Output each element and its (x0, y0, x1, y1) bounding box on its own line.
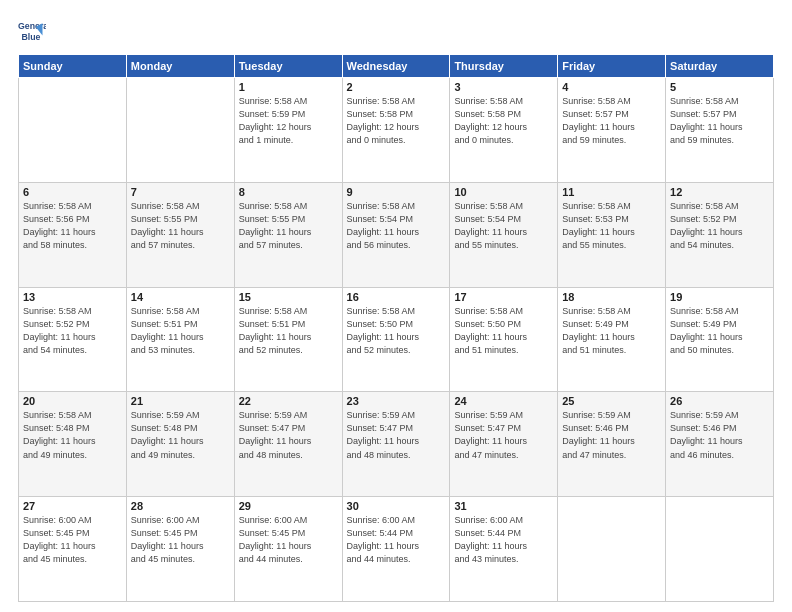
weekday-header: Monday (126, 55, 234, 78)
day-info: Sunrise: 5:58 AM Sunset: 5:54 PM Dayligh… (454, 200, 553, 252)
calendar-cell: 11Sunrise: 5:58 AM Sunset: 5:53 PM Dayli… (558, 182, 666, 287)
day-info: Sunrise: 5:59 AM Sunset: 5:46 PM Dayligh… (670, 409, 769, 461)
day-info: Sunrise: 5:58 AM Sunset: 5:51 PM Dayligh… (239, 305, 338, 357)
day-info: Sunrise: 5:58 AM Sunset: 5:50 PM Dayligh… (347, 305, 446, 357)
calendar-cell: 19Sunrise: 5:58 AM Sunset: 5:49 PM Dayli… (666, 287, 774, 392)
calendar-cell: 16Sunrise: 5:58 AM Sunset: 5:50 PM Dayli… (342, 287, 450, 392)
weekday-header: Saturday (666, 55, 774, 78)
weekday-header: Thursday (450, 55, 558, 78)
day-info: Sunrise: 5:58 AM Sunset: 5:57 PM Dayligh… (562, 95, 661, 147)
calendar-cell: 23Sunrise: 5:59 AM Sunset: 5:47 PM Dayli… (342, 392, 450, 497)
day-number: 29 (239, 500, 338, 512)
day-number: 20 (23, 395, 122, 407)
day-info: Sunrise: 5:58 AM Sunset: 5:58 PM Dayligh… (347, 95, 446, 147)
calendar-cell: 6Sunrise: 5:58 AM Sunset: 5:56 PM Daylig… (19, 182, 127, 287)
weekday-header: Friday (558, 55, 666, 78)
day-info: Sunrise: 6:00 AM Sunset: 5:44 PM Dayligh… (454, 514, 553, 566)
day-info: Sunrise: 5:59 AM Sunset: 5:48 PM Dayligh… (131, 409, 230, 461)
calendar-week-row: 6Sunrise: 5:58 AM Sunset: 5:56 PM Daylig… (19, 182, 774, 287)
day-info: Sunrise: 5:59 AM Sunset: 5:47 PM Dayligh… (239, 409, 338, 461)
calendar-table: SundayMondayTuesdayWednesdayThursdayFrid… (18, 54, 774, 602)
calendar-cell: 24Sunrise: 5:59 AM Sunset: 5:47 PM Dayli… (450, 392, 558, 497)
day-number: 16 (347, 291, 446, 303)
day-number: 21 (131, 395, 230, 407)
day-number: 11 (562, 186, 661, 198)
day-info: Sunrise: 5:58 AM Sunset: 5:54 PM Dayligh… (347, 200, 446, 252)
calendar-week-row: 27Sunrise: 6:00 AM Sunset: 5:45 PM Dayli… (19, 497, 774, 602)
day-number: 6 (23, 186, 122, 198)
day-info: Sunrise: 6:00 AM Sunset: 5:45 PM Dayligh… (239, 514, 338, 566)
calendar-cell: 28Sunrise: 6:00 AM Sunset: 5:45 PM Dayli… (126, 497, 234, 602)
day-info: Sunrise: 5:58 AM Sunset: 5:51 PM Dayligh… (131, 305, 230, 357)
day-number: 25 (562, 395, 661, 407)
day-number: 30 (347, 500, 446, 512)
header: GeneralBlue (18, 18, 774, 46)
calendar-cell: 10Sunrise: 5:58 AM Sunset: 5:54 PM Dayli… (450, 182, 558, 287)
day-number: 5 (670, 81, 769, 93)
calendar-cell: 12Sunrise: 5:58 AM Sunset: 5:52 PM Dayli… (666, 182, 774, 287)
day-number: 18 (562, 291, 661, 303)
calendar-cell (19, 78, 127, 183)
svg-text:Blue: Blue (22, 32, 41, 42)
day-info: Sunrise: 5:58 AM Sunset: 5:49 PM Dayligh… (562, 305, 661, 357)
day-number: 9 (347, 186, 446, 198)
day-number: 31 (454, 500, 553, 512)
calendar-cell: 13Sunrise: 5:58 AM Sunset: 5:52 PM Dayli… (19, 287, 127, 392)
calendar-cell: 25Sunrise: 5:59 AM Sunset: 5:46 PM Dayli… (558, 392, 666, 497)
day-info: Sunrise: 5:58 AM Sunset: 5:55 PM Dayligh… (239, 200, 338, 252)
day-number: 15 (239, 291, 338, 303)
day-info: Sunrise: 5:58 AM Sunset: 5:53 PM Dayligh… (562, 200, 661, 252)
day-info: Sunrise: 5:58 AM Sunset: 5:48 PM Dayligh… (23, 409, 122, 461)
day-info: Sunrise: 5:58 AM Sunset: 5:50 PM Dayligh… (454, 305, 553, 357)
day-number: 4 (562, 81, 661, 93)
day-number: 2 (347, 81, 446, 93)
calendar-cell: 1Sunrise: 5:58 AM Sunset: 5:59 PM Daylig… (234, 78, 342, 183)
weekday-header: Sunday (19, 55, 127, 78)
calendar-cell: 4Sunrise: 5:58 AM Sunset: 5:57 PM Daylig… (558, 78, 666, 183)
day-info: Sunrise: 5:58 AM Sunset: 5:52 PM Dayligh… (670, 200, 769, 252)
calendar-cell: 18Sunrise: 5:58 AM Sunset: 5:49 PM Dayli… (558, 287, 666, 392)
day-info: Sunrise: 5:59 AM Sunset: 5:46 PM Dayligh… (562, 409, 661, 461)
day-number: 1 (239, 81, 338, 93)
day-info: Sunrise: 5:59 AM Sunset: 5:47 PM Dayligh… (454, 409, 553, 461)
calendar-cell: 8Sunrise: 5:58 AM Sunset: 5:55 PM Daylig… (234, 182, 342, 287)
calendar-week-row: 20Sunrise: 5:58 AM Sunset: 5:48 PM Dayli… (19, 392, 774, 497)
day-info: Sunrise: 6:00 AM Sunset: 5:45 PM Dayligh… (131, 514, 230, 566)
logo-icon: GeneralBlue (18, 18, 46, 46)
calendar-cell: 31Sunrise: 6:00 AM Sunset: 5:44 PM Dayli… (450, 497, 558, 602)
calendar-cell: 21Sunrise: 5:59 AM Sunset: 5:48 PM Dayli… (126, 392, 234, 497)
day-number: 19 (670, 291, 769, 303)
calendar-cell: 27Sunrise: 6:00 AM Sunset: 5:45 PM Dayli… (19, 497, 127, 602)
day-number: 3 (454, 81, 553, 93)
day-number: 14 (131, 291, 230, 303)
day-info: Sunrise: 5:58 AM Sunset: 5:56 PM Dayligh… (23, 200, 122, 252)
day-info: Sunrise: 6:00 AM Sunset: 5:45 PM Dayligh… (23, 514, 122, 566)
calendar-cell (666, 497, 774, 602)
calendar-week-row: 1Sunrise: 5:58 AM Sunset: 5:59 PM Daylig… (19, 78, 774, 183)
calendar-cell: 26Sunrise: 5:59 AM Sunset: 5:46 PM Dayli… (666, 392, 774, 497)
calendar-cell: 5Sunrise: 5:58 AM Sunset: 5:57 PM Daylig… (666, 78, 774, 183)
day-number: 28 (131, 500, 230, 512)
day-number: 13 (23, 291, 122, 303)
day-number: 27 (23, 500, 122, 512)
calendar-cell: 9Sunrise: 5:58 AM Sunset: 5:54 PM Daylig… (342, 182, 450, 287)
day-info: Sunrise: 6:00 AM Sunset: 5:44 PM Dayligh… (347, 514, 446, 566)
day-info: Sunrise: 5:58 AM Sunset: 5:52 PM Dayligh… (23, 305, 122, 357)
calendar-cell (126, 78, 234, 183)
weekday-header: Wednesday (342, 55, 450, 78)
day-number: 23 (347, 395, 446, 407)
calendar-cell: 7Sunrise: 5:58 AM Sunset: 5:55 PM Daylig… (126, 182, 234, 287)
day-info: Sunrise: 5:58 AM Sunset: 5:59 PM Dayligh… (239, 95, 338, 147)
calendar-cell: 29Sunrise: 6:00 AM Sunset: 5:45 PM Dayli… (234, 497, 342, 602)
calendar-cell: 15Sunrise: 5:58 AM Sunset: 5:51 PM Dayli… (234, 287, 342, 392)
day-info: Sunrise: 5:58 AM Sunset: 5:55 PM Dayligh… (131, 200, 230, 252)
day-number: 17 (454, 291, 553, 303)
calendar-cell: 22Sunrise: 5:59 AM Sunset: 5:47 PM Dayli… (234, 392, 342, 497)
calendar-week-row: 13Sunrise: 5:58 AM Sunset: 5:52 PM Dayli… (19, 287, 774, 392)
weekday-header: Tuesday (234, 55, 342, 78)
day-number: 12 (670, 186, 769, 198)
calendar-cell (558, 497, 666, 602)
day-number: 26 (670, 395, 769, 407)
calendar-cell: 2Sunrise: 5:58 AM Sunset: 5:58 PM Daylig… (342, 78, 450, 183)
calendar-cell: 3Sunrise: 5:58 AM Sunset: 5:58 PM Daylig… (450, 78, 558, 183)
